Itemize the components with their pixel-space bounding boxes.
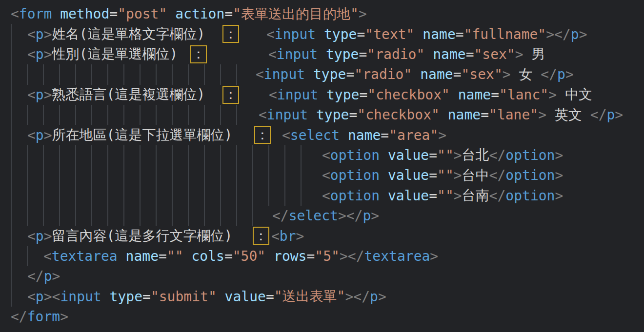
token-attribute: value xyxy=(388,188,429,204)
token-punctuation: > xyxy=(338,208,346,224)
token-text: = xyxy=(359,46,367,62)
token-text xyxy=(380,188,388,204)
code-segment: <p><input type="submit" value="送出表單"></p… xyxy=(27,287,386,307)
indent-guide xyxy=(236,145,237,165)
token-string: "lanc" xyxy=(499,87,548,103)
token-text xyxy=(118,248,126,264)
token-attribute: action xyxy=(175,6,224,22)
token-punctuation: < xyxy=(271,228,280,244)
indent-guide xyxy=(123,206,124,226)
token-attribute: rows xyxy=(274,248,306,264)
token-text xyxy=(424,46,433,62)
indent-guide xyxy=(236,206,237,226)
indent-guide xyxy=(27,206,28,226)
token-text: = xyxy=(142,289,151,305)
token-punctuation: < xyxy=(266,26,275,42)
indent-guide xyxy=(268,186,269,206)
code-line[interactable]: <option value="">台中</option> xyxy=(0,165,644,185)
indent-guide xyxy=(204,165,205,185)
token-string: "表單送出的目的地" xyxy=(233,5,359,23)
indent-guide xyxy=(220,105,221,125)
indent-guide xyxy=(252,186,253,206)
code-line[interactable]: <input type="checkbox" name="lane"> 英文 <… xyxy=(0,105,644,125)
code-segment: <option value="">台中</option> xyxy=(322,165,563,185)
indent-guide xyxy=(236,186,237,206)
token-punctuation: > xyxy=(454,167,462,183)
token-text xyxy=(380,167,388,183)
token-tag: p xyxy=(36,289,44,305)
code-line[interactable]: <p>熟悉語言(這是複選欄位)：<input type="checkbox" n… xyxy=(0,85,644,105)
indent-guide xyxy=(204,145,205,165)
indent-guide xyxy=(11,266,12,286)
token-tag: p xyxy=(607,107,615,123)
code-segment: <input type="checkbox" name="lane"> 英文 <… xyxy=(259,105,623,125)
code-segment: <p>所在地區(這是下拉選單欄位) xyxy=(27,125,232,145)
token-punctuation: < xyxy=(27,26,36,42)
indent-guide xyxy=(252,165,253,185)
token-text: = xyxy=(429,147,437,163)
code-line[interactable]: <option value="">台北</option> xyxy=(0,145,644,165)
code-line[interactable]: </select></p> xyxy=(0,206,644,226)
token-punctuation: > xyxy=(340,248,348,264)
token-text: = xyxy=(357,26,365,42)
indent-guide xyxy=(188,206,189,226)
token-punctuation: > xyxy=(555,188,563,204)
indent-guide xyxy=(220,165,221,185)
token-text: = xyxy=(466,46,474,62)
code-segment: <p>留言內容(這是多行文字欄位) xyxy=(27,226,232,246)
token-string: "送出表單" xyxy=(274,287,345,306)
code-line[interactable]: </p> xyxy=(0,266,644,286)
code-editor[interactable]: <form method="post" action="表單送出的目的地"><p… xyxy=(0,0,644,332)
indent-guide xyxy=(204,186,205,206)
indent-guide xyxy=(59,206,60,226)
code-line[interactable]: <p>性別(這是單選欄位)：<input type="radio" name="… xyxy=(0,44,644,64)
token-tag: input xyxy=(264,66,305,82)
indent-guide xyxy=(27,165,28,185)
token-tag: p xyxy=(44,268,52,284)
token-tag: form xyxy=(27,309,60,325)
code-line[interactable]: <p>留言內容(這是多行文字欄位)：<br> xyxy=(0,226,644,246)
indent-guide xyxy=(11,226,12,246)
token-string: "" xyxy=(437,167,454,183)
code-line[interactable]: <p>所在地區(這是下拉選單欄位)：<select name="area"> xyxy=(0,125,644,145)
code-line[interactable]: <p>姓名(這是單格文字欄位)：<input type="text" name=… xyxy=(0,24,644,44)
token-punctuation: > xyxy=(296,228,304,244)
code-line[interactable]: <textarea name="" cols="50" rows="5"></t… xyxy=(0,246,644,266)
token-attribute: type xyxy=(326,87,359,103)
indent-guide xyxy=(172,186,173,206)
code-line[interactable]: </form> xyxy=(0,307,644,327)
token-text: ： xyxy=(192,45,205,63)
token-text: 英文 xyxy=(546,106,590,124)
token-tag: input xyxy=(275,26,316,42)
indent-guide xyxy=(188,64,189,84)
token-text xyxy=(318,46,326,62)
indent-guide xyxy=(91,206,92,226)
code-line[interactable]: <form method="post" action="表單送出的目的地"> xyxy=(0,4,644,24)
token-tag: textarea xyxy=(52,248,118,264)
token-punctuation: > xyxy=(555,167,563,183)
indent-guide xyxy=(75,105,76,125)
code-line[interactable]: <p><input type="submit" value="送出表單"></p… xyxy=(0,287,644,307)
token-text: = xyxy=(381,127,389,143)
token-text: 留言內容(這是多行文字欄位) xyxy=(52,227,233,245)
indent-guide xyxy=(204,206,205,226)
token-punctuation: </ xyxy=(541,66,557,82)
indent-guide xyxy=(91,145,92,165)
token-punctuation: </ xyxy=(489,188,506,204)
code-line[interactable]: <option value="">台南</option> xyxy=(0,186,644,206)
token-text: = xyxy=(159,248,167,264)
unicode-highlight-box: ： xyxy=(190,45,207,63)
token-text xyxy=(52,6,60,22)
token-punctuation: < xyxy=(11,6,19,22)
code-line[interactable]: <input type="radio" name="sex"> 女 </p> xyxy=(0,64,644,84)
token-string: "submit" xyxy=(151,289,217,305)
indent-guide xyxy=(11,44,12,64)
token-punctuation: > xyxy=(371,208,379,224)
token-punctuation: > xyxy=(548,87,557,103)
indent-guide xyxy=(27,186,28,206)
token-text: = xyxy=(429,188,437,204)
token-punctuation: > xyxy=(615,107,623,123)
token-punctuation: < xyxy=(322,147,330,163)
indent-guide xyxy=(43,105,44,125)
token-string: "" xyxy=(167,248,183,264)
